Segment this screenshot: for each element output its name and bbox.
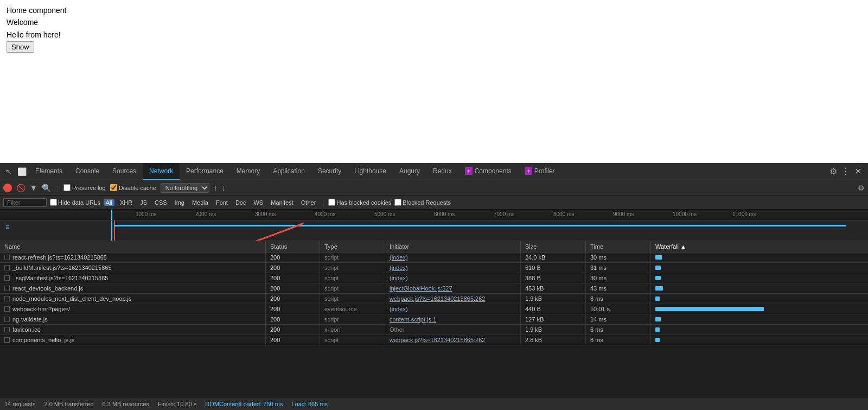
tab-elements[interactable]: Elements	[29, 163, 69, 180]
hide-data-urls-checkbox[interactable]: Hide data URLs	[50, 199, 100, 206]
tab-lighthouse[interactable]: Lighthouse	[348, 163, 393, 180]
table-row[interactable]: webpack-hmr?page=/ 200 eventsource (inde…	[0, 304, 868, 314]
filter-xhr-button[interactable]: XHR	[118, 199, 135, 206]
settings-icon[interactable]: ⚙	[829, 166, 837, 176]
status-code: 200	[270, 306, 280, 312]
blocked-requests-checkbox[interactable]: Blocked Requests	[394, 199, 451, 206]
td-size: 127 kB	[521, 314, 586, 324]
blocked-requests-input[interactable]	[394, 199, 401, 206]
tab-sources[interactable]: Sources	[106, 163, 143, 180]
table-row[interactable]: _ssgManifest.js?ts=1621340215865 200 scr…	[0, 273, 868, 283]
initiator-link[interactable]: injectGlobalHook.js:527	[390, 285, 452, 292]
filter-ws-button[interactable]: WS	[251, 199, 265, 206]
th-name[interactable]: Name	[0, 241, 266, 252]
td-waterfall	[651, 314, 868, 324]
tab-network[interactable]: Network	[143, 163, 180, 180]
row-checkbox[interactable]	[4, 327, 10, 332]
tab-memory[interactable]: Memory	[230, 163, 266, 180]
has-blocked-cookies-input[interactable]	[328, 199, 335, 206]
th-time[interactable]: Time	[586, 241, 651, 252]
upload-icon[interactable]: ↑	[214, 184, 218, 192]
th-size-label: Size	[525, 243, 537, 250]
record-button[interactable]	[3, 184, 12, 192]
th-size[interactable]: Size	[521, 241, 586, 252]
file-name: node_modules_next_dist_client_dev_noop.j…	[12, 295, 132, 302]
filter-input[interactable]	[3, 198, 47, 207]
tick-4000: 4000 ms	[315, 211, 335, 217]
waterfall-bar	[655, 338, 660, 342]
tab-console[interactable]: Console	[69, 163, 106, 180]
show-button[interactable]: Show	[7, 41, 34, 53]
throttle-select[interactable]: No throttling	[161, 183, 209, 193]
table-row[interactable]: components_hello_js.js 200 script webpac…	[0, 335, 868, 345]
preserve-log-checkbox[interactable]: Preserve log	[63, 184, 106, 191]
initiator-link[interactable]: (index)	[390, 275, 408, 281]
table-row[interactable]: _buildManifest.js?ts=1621340215865 200 s…	[0, 263, 868, 273]
th-type[interactable]: Type	[320, 241, 385, 252]
tab-profiler[interactable]: ⚛ Profiler	[518, 163, 561, 180]
close-icon[interactable]: ✕	[854, 166, 861, 176]
filter-manifest-button[interactable]: Manifest	[269, 199, 296, 206]
table-row[interactable]: react-refresh.js?ts=1621340215865 200 sc…	[0, 253, 868, 263]
filter-font-button[interactable]: Font	[214, 199, 230, 206]
td-name: _ssgManifest.js?ts=1621340215865	[0, 273, 266, 283]
row-checkbox[interactable]	[4, 306, 10, 312]
filter-css-button[interactable]: CSS	[152, 199, 169, 206]
td-status: 200	[266, 283, 320, 293]
tab-lighthouse-label: Lighthouse	[354, 167, 386, 175]
filter-button[interactable]: ▼	[30, 184, 37, 192]
th-waterfall[interactable]: Waterfall ▲	[651, 241, 868, 252]
initiator-link[interactable]: webpack.js?ts=1621340215865:262	[390, 337, 485, 343]
table-row[interactable]: ng-validate.js 200 script content-script…	[0, 314, 868, 325]
disable-cache-input[interactable]	[110, 184, 117, 191]
initiator-link[interactable]: (index)	[390, 264, 408, 271]
search-button[interactable]: 🔍	[42, 184, 51, 192]
cursor-icon[interactable]: ↖	[2, 167, 15, 176]
tab-components[interactable]: ⚛ Components	[458, 163, 518, 180]
tab-performance[interactable]: Performance	[180, 163, 230, 180]
filter-all-button[interactable]: All	[104, 199, 114, 206]
filter-other-button[interactable]: Other	[299, 199, 318, 206]
th-initiator[interactable]: Initiator	[385, 241, 521, 252]
more-options-icon[interactable]: ⋮	[841, 166, 850, 176]
row-checkbox[interactable]	[4, 296, 10, 301]
tab-redux[interactable]: Redux	[426, 163, 458, 180]
hide-data-urls-input[interactable]	[50, 199, 57, 206]
table-row[interactable]: node_modules_next_dist_client_dev_noop.j…	[0, 294, 868, 304]
td-time: 31 ms	[586, 263, 651, 273]
tab-security[interactable]: Security	[311, 163, 348, 180]
tab-application[interactable]: Application	[266, 163, 311, 180]
row-checkbox[interactable]	[4, 265, 10, 270]
row-checkbox[interactable]	[4, 275, 10, 281]
download-icon[interactable]: ↓	[222, 184, 226, 192]
tab-augury-label: Augury	[399, 167, 420, 175]
clear-button[interactable]: 🚫	[16, 184, 25, 192]
request-time: 31 ms	[590, 264, 607, 271]
row-checkbox[interactable]	[4, 255, 10, 260]
file-size: 440 B	[525, 306, 541, 312]
filter-doc-button[interactable]: Doc	[233, 199, 248, 206]
filter-img-button[interactable]: Img	[173, 199, 187, 206]
filter-js-button[interactable]: JS	[138, 199, 149, 206]
th-status[interactable]: Status	[266, 241, 320, 252]
disable-cache-checkbox[interactable]: Disable cache	[110, 184, 156, 191]
row-checkbox[interactable]	[4, 286, 10, 291]
table-row[interactable]: react_devtools_backend.js 200 script inj…	[0, 283, 868, 294]
file-type: script	[324, 254, 339, 261]
preserve-log-input[interactable]	[63, 184, 71, 191]
initiator-link[interactable]: content-script.js:1	[390, 316, 436, 323]
page-hello: Hello from here!	[7, 29, 861, 41]
row-checkbox[interactable]	[4, 317, 10, 322]
td-type: script	[320, 335, 385, 345]
row-checkbox[interactable]	[4, 337, 10, 343]
initiator-link[interactable]: webpack.js?ts=1621340215865:262	[390, 295, 485, 302]
tab-augury[interactable]: Augury	[393, 163, 426, 180]
has-blocked-cookies-checkbox[interactable]: Has blocked cookies	[328, 199, 391, 206]
responsive-icon[interactable]: ⬜	[15, 167, 29, 176]
toolbar-settings-icon[interactable]: ⚙	[858, 184, 865, 192]
request-time: 10.01 s	[590, 306, 610, 312]
initiator-link[interactable]: (index)	[390, 306, 408, 312]
initiator-link[interactable]: (index)	[390, 254, 408, 261]
table-row[interactable]: favicon.ico 200 x-icon Other 1.9 kB 6 ms	[0, 325, 868, 335]
filter-media-button[interactable]: Media	[190, 199, 210, 206]
